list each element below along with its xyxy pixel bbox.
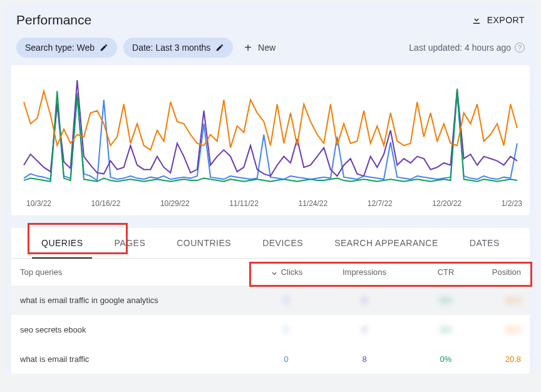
cell-ctr: 0% [408, 354, 483, 364]
download-icon [471, 14, 482, 26]
series-clicks [24, 93, 517, 180]
cell-position: 20.5 [483, 325, 521, 334]
cell-query: what is email traffic in google analytic… [20, 296, 252, 305]
line-chart[interactable] [19, 75, 522, 194]
x-tick: 1/2/23 [502, 199, 522, 208]
last-updated: Last updated: 4 hours ago ? [409, 43, 525, 53]
help-icon[interactable]: ? [515, 43, 525, 53]
cell-query: what is email traffic [20, 354, 252, 364]
x-tick: 11/24/22 [298, 199, 327, 208]
col-ctr[interactable]: CTR [408, 267, 483, 277]
tabs-bar: QUERIES PAGES COUNTRIES DEVICES SEARCH A… [11, 228, 530, 259]
export-button[interactable]: EXPORT [471, 14, 525, 26]
cell-clicks: 0 [252, 325, 321, 334]
column-headers: Top queries Clicks Impressions CTR Posit… [11, 259, 530, 286]
table-row[interactable]: what is email traffic in google analytic… [11, 286, 530, 315]
chip-search-type-label: Search type: Web [25, 43, 95, 53]
queries-table: QUERIES PAGES COUNTRIES DEVICES SEARCH A… [11, 228, 530, 374]
col-clicks-label: Clicks [281, 267, 303, 277]
chip-date-range[interactable]: Date: Last 3 months [123, 38, 233, 58]
x-axis-labels: 10/3/2210/16/2210/29/2211/11/2211/24/221… [19, 194, 522, 209]
cell-clicks: 0 [252, 296, 321, 305]
tab-devices[interactable]: DEVICES [260, 228, 306, 258]
x-tick: 10/29/22 [160, 199, 190, 208]
cell-clicks: 0 [252, 354, 321, 364]
chip-date-range-label: Date: Last 3 months [132, 43, 210, 53]
series-impressions [24, 80, 517, 176]
x-tick: 12/7/22 [368, 199, 393, 208]
x-tick: 10/16/22 [91, 199, 121, 208]
col-impressions[interactable]: Impressions [321, 267, 408, 277]
add-filter-label: New [258, 43, 276, 53]
add-filter-button[interactable]: + New [239, 41, 276, 54]
filter-bar: Search type: Web Date: Last 3 months + N… [4, 34, 537, 65]
col-position[interactable]: Position [483, 267, 521, 277]
x-tick: 12/20/22 [432, 199, 461, 208]
tab-countries[interactable]: COUNTRIES [174, 228, 234, 258]
cell-position: 20.8 [483, 354, 521, 364]
header: Performance EXPORT [4, 4, 537, 34]
cell-impressions: 8 [321, 325, 408, 334]
chip-search-type[interactable]: Search type: Web [16, 38, 117, 58]
sort-desc-icon [270, 268, 279, 277]
pencil-icon [100, 43, 108, 52]
tab-search-appearance[interactable]: SEARCH APPEARANCE [332, 228, 441, 258]
x-tick: 11/11/22 [229, 199, 259, 208]
col-clicks[interactable]: Clicks [252, 267, 321, 277]
data-rows: what is email traffic in google analytic… [11, 286, 530, 374]
col-queries[interactable]: Top queries [20, 267, 252, 277]
tab-dates[interactable]: DATES [467, 228, 502, 258]
table-row[interactable]: what is email traffic080%20.8 [11, 344, 530, 374]
table-row[interactable]: seo secrets ebook080%20.5 [11, 315, 530, 344]
cell-impressions: 8 [321, 354, 408, 364]
cell-query: seo secrets ebook [20, 325, 252, 334]
performance-panel: Performance EXPORT Search type: Web Date… [4, 4, 537, 374]
chart-card: 10/3/2210/16/2210/29/2211/11/2211/24/221… [11, 65, 530, 215]
series-position [24, 91, 517, 150]
export-label: EXPORT [487, 15, 525, 25]
cell-position: 20.3 [483, 296, 521, 305]
pencil-icon [215, 43, 224, 52]
last-updated-text: Last updated: 4 hours ago [409, 43, 511, 53]
page-title: Performance [16, 13, 91, 28]
cell-ctr: 0% [408, 296, 483, 305]
x-tick: 10/3/22 [26, 199, 51, 208]
plus-icon: + [244, 41, 252, 54]
cell-impressions: 8 [321, 296, 408, 305]
cell-ctr: 0% [408, 325, 483, 334]
tab-pages[interactable]: PAGES [112, 228, 148, 258]
tab-queries[interactable]: QUERIES [39, 228, 86, 258]
